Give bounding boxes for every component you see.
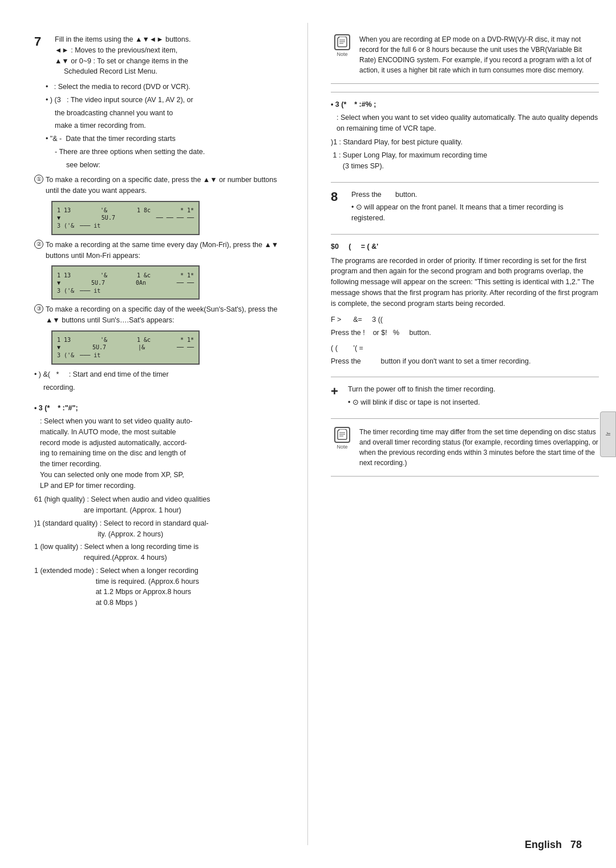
lcd-row-2: ▼ 5U.7 ── ── ── ──	[57, 215, 194, 221]
lcd-mode: ─── it	[80, 223, 100, 229]
lcd2-it: ─── it	[80, 288, 100, 294]
circled-text-2: To make a recording at the same time eve…	[46, 240, 290, 261]
lcd3-col1: 1 13	[57, 337, 71, 343]
lcd2-time: ── ──	[177, 280, 194, 286]
divider-1	[331, 182, 599, 183]
lcd-time: ── ── ── ──	[156, 215, 194, 221]
step8-content: Press the button. • ⊙ will appear on the…	[351, 189, 599, 224]
lcd-col1: 1 13	[57, 207, 71, 213]
circled-item-1: ① To make a recording on a specific date…	[34, 175, 290, 196]
circled-text-1: To make a recording on a specific date, …	[46, 175, 290, 196]
quality-header-right: • 3 (* * :#% ;	[331, 99, 599, 110]
circled-item-2: ② To make a recording at the same time e…	[34, 240, 290, 261]
vcr-quality-sp: )1 : Standard Play, for best picture qua…	[331, 137, 599, 148]
priority-sub2-text: Press the ! or $! % button.	[331, 328, 599, 338]
lcd2-mode: 0An	[136, 280, 146, 286]
lcd3-col3: 1 &c	[137, 337, 151, 343]
lcd3-label: 3 ('&	[57, 352, 74, 358]
priority-header: $0 ( = ( &'	[331, 241, 599, 252]
step7-sub1: ◄► : Moves to the previous/next item,	[55, 45, 191, 56]
quality-desc-left: : Select when you want to set video qual…	[40, 416, 290, 491]
note-block-2: Note The timer recording time may differ…	[331, 427, 599, 477]
lcd-col4: * 1*	[180, 207, 194, 213]
step8-number: 8	[331, 189, 348, 204]
note-icon-1: Note	[331, 34, 354, 57]
sidebar-tab-text: Ir	[605, 432, 611, 436]
note-label-1: Note	[337, 51, 347, 57]
step7-content: Fill in the items using the ▲▼◄► buttons…	[55, 34, 191, 77]
lcd2-col4: * 1*	[180, 272, 194, 278]
lcd-col3: 1 8c	[137, 207, 151, 213]
note-text-2: The timer recording time may differ from…	[359, 427, 599, 468]
bullet-input3: make a timer recording from.	[55, 120, 290, 131]
lcd3-col2: '&	[100, 337, 107, 343]
lcd-ch: 5U.7	[102, 215, 115, 221]
page: 7 Fill in the items using the ▲▼◄► butto…	[0, 0, 616, 868]
circled-text-3: To make a recording on a specific day of…	[46, 304, 290, 326]
lcd3-it: ─── it	[80, 352, 100, 358]
step8-header: 8 Press the button. • ⊙ will appear on t…	[331, 189, 599, 224]
lcd-row3-2: ▼ 5U.7 |& ── ──	[57, 344, 194, 350]
plus-block: + Turn the power off to finish the timer…	[331, 384, 599, 419]
lcd-row2-1: 1 13 '& 1 &c * 1*	[57, 272, 194, 278]
quality-section-right: • 3 (* * :#% ; : Select when you want to…	[331, 92, 599, 172]
lcd-bottom-1: 3 ('& ─── it	[57, 223, 194, 229]
lcd-screen-2: 1 13 '& 1 &c * 1* ▼ 5U.7 0An ── ── 3 ('&…	[51, 265, 200, 300]
lcd2-rec: ▼	[57, 280, 60, 286]
step8-section: 8 Press the button. • ⊙ will appear on t…	[331, 189, 599, 224]
priority-text: The programs are recorded in order of pr…	[331, 256, 599, 309]
lcd-row2-2: ▼ 5U.7 0An ── ──	[57, 280, 194, 286]
plus-content: Turn the power off to finish the timer r…	[348, 384, 495, 410]
note-label-2: Note	[337, 444, 347, 450]
note-symbol-2	[334, 427, 350, 443]
lcd-label: 3 ('&	[57, 223, 74, 229]
circle-3: ③	[34, 304, 43, 313]
note-icon-2: Note	[331, 427, 354, 450]
note-symbol-1	[334, 34, 350, 50]
quality-item-2: )1 (standard quality) : Select to record…	[34, 518, 290, 540]
lcd3-rec: ▼	[57, 344, 60, 350]
lcd3-ch: 5U.7	[92, 344, 106, 350]
priority-sub1-text: F > &= 3 ((	[331, 314, 599, 325]
bullet-date: • "& - Date that the timer recording sta…	[46, 134, 290, 144]
vcr-quality-items: )1 : Standard Play, for best picture qua…	[331, 137, 599, 171]
step7-section: 7 Fill in the items using the ▲▼◄► butto…	[34, 34, 290, 393]
bullet-media: • : Select the media to record (DVD or V…	[46, 82, 290, 92]
lcd-row-1: 1 13 '& 1 8c * 1*	[57, 207, 194, 213]
page-number: 78	[570, 839, 582, 850]
step7-number: 7	[34, 34, 51, 49]
divider-2	[331, 377, 599, 377]
vcr-quality-slp: 1 : Super Long Play, for maximum recordi…	[331, 150, 599, 172]
lcd-rec: ▼	[57, 215, 60, 221]
lcd-row3-1: 1 13 '& 1 &c * 1*	[57, 337, 194, 343]
lcd-bottom-3: 3 ('& ─── it	[57, 352, 194, 358]
step7-bullets: • : Select the media to record (DVD or V…	[46, 82, 290, 170]
quality-item-1: 61 (high quality) : Select when audio an…	[34, 494, 290, 516]
step8-line1: Press the button.	[351, 189, 599, 200]
lcd3-col4: * 1*	[180, 337, 194, 343]
note-text-1: When you are recording at EP mode on a D…	[359, 34, 599, 75]
lcd2-col1: 1 13	[57, 272, 71, 278]
circle-1: ①	[34, 175, 43, 184]
lcd-screen-3: 1 13 '& 1 &c * 1* ▼ 5U.7 |& ── ── 3 ('& …	[51, 330, 200, 365]
plus-line2: • ⊙ will blink if disc or tape is not in…	[348, 397, 495, 408]
quality-desc-right: : Select when you want to set video qual…	[337, 112, 599, 134]
start-end-bullet: • ) &( * : Start and end time of the tim…	[34, 369, 290, 380]
left-column: 7 Fill in the items using the ▲▼◄► butto…	[0, 23, 308, 845]
quality-section-left: • 3 (* * :"#"; : Select when you want to…	[34, 403, 290, 608]
step8-line2: • ⊙ will appear on the front panel. It m…	[351, 202, 599, 224]
lcd2-label: 3 ('&	[57, 288, 74, 294]
lcd-screen-1: 1 13 '& 1 8c * 1* ▼ 5U.7 ── ── ── ── 3 (…	[51, 201, 200, 235]
priority-sub4-text: Press the button if you don't want to se…	[331, 356, 599, 367]
right-column: Note When you are recording at EP mode o…	[308, 23, 616, 845]
lcd-bottom-2: 3 ('& ─── it	[57, 288, 194, 294]
priority-sub3-text: ( ( '( =	[331, 343, 599, 354]
quality-items-left: 61 (high quality) : Select when audio an…	[34, 494, 290, 608]
circle-2: ②	[34, 240, 43, 249]
step7-sub2b: Scheduled Record List Menu.	[64, 66, 191, 77]
plus-line1: Turn the power off to finish the timer r…	[348, 384, 495, 395]
plus-icon: +	[331, 384, 342, 399]
bullet-input: • ) (3 : The video input source (AV 1, A…	[46, 95, 290, 106]
lcd2-col3: 1 &c	[137, 272, 151, 278]
quality-item-3: 1 (low quality) : Select when a long rec…	[34, 542, 290, 563]
